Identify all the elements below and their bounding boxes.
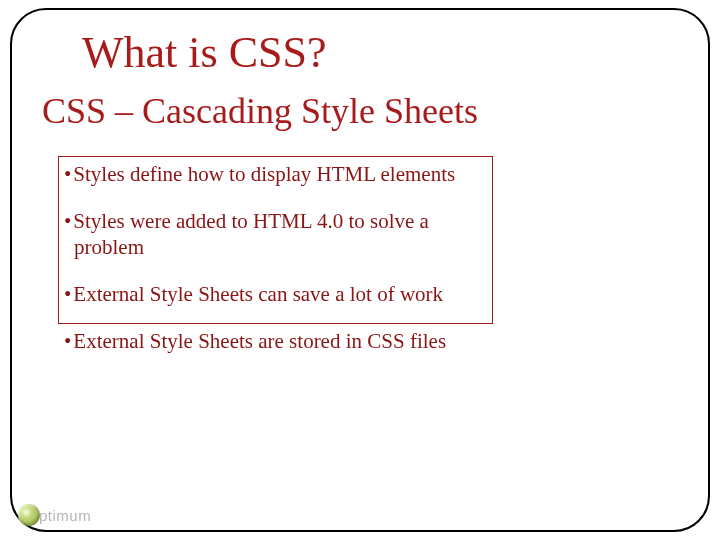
bullet-list: Styles define how to display HTML elemen… <box>64 162 494 354</box>
watermark-text: ptimum <box>39 507 91 524</box>
list-item: External Style Sheets are stored in CSS … <box>64 329 494 354</box>
logo-icon <box>18 504 40 526</box>
slide-frame: What is CSS? CSS – Cascading Style Sheet… <box>10 8 710 532</box>
watermark: ptimum <box>18 504 91 526</box>
list-item: External Style Sheets can save a lot of … <box>64 282 494 307</box>
slide-subtitle: CSS – Cascading Style Sheets <box>42 90 678 132</box>
content-area: Styles define how to display HTML elemen… <box>64 162 678 354</box>
list-item: Styles define how to display HTML elemen… <box>64 162 494 187</box>
list-item: Styles were added to HTML 4.0 to solve a… <box>64 209 494 259</box>
slide-title: What is CSS? <box>82 30 342 76</box>
